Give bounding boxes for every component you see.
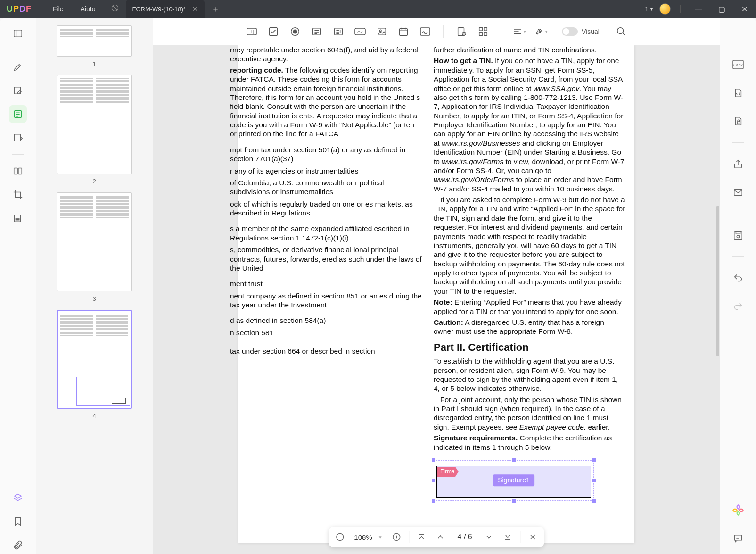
menu-help[interactable]: Aiuto <box>72 1 104 17</box>
window-minimize-icon[interactable]: — <box>690 3 707 15</box>
new-tab-button[interactable]: ＋ <box>205 3 226 15</box>
window-maximize-icon[interactable]: ▢ <box>714 3 730 16</box>
tab-close-icon[interactable]: ✕ <box>192 5 198 13</box>
tab-title: FORM-W9-(10-18)* <box>132 6 186 13</box>
document-tab[interactable]: FORM-W9-(10-18)* ✕ <box>126 0 205 18</box>
tab-placeholder-icon <box>104 4 126 14</box>
notification-count[interactable]: 1▾ <box>645 5 653 13</box>
menu-file[interactable]: File <box>44 1 72 17</box>
svg-line-1 <box>113 6 117 10</box>
titlebar: UPDF File Aiuto FORM-W9-(10-18)* ✕ ＋ 1▾ … <box>0 0 756 18</box>
window-close-icon[interactable]: ✕ <box>737 3 752 16</box>
app-logo: UPDF <box>0 4 38 14</box>
user-avatar[interactable] <box>659 3 671 15</box>
